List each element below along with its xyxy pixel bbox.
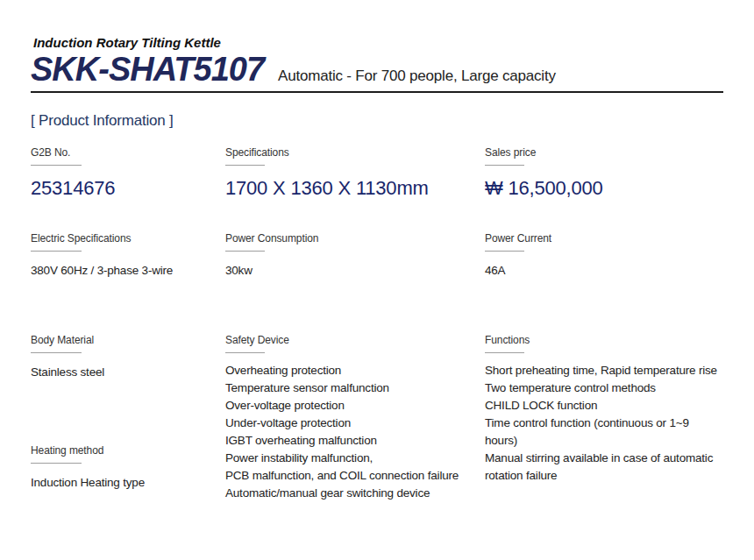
label-underline	[225, 165, 265, 166]
section-title: [ Product Information ]	[31, 112, 723, 130]
label-underline	[31, 463, 82, 464]
product-page: Induction Rotary Tilting Kettle SKK-SHAT…	[0, 0, 754, 502]
list-item: rotation failure	[485, 467, 723, 485]
label-underline	[225, 352, 265, 353]
info-row-electrical: Electric Specifications 380V 60Hz / 3-ph…	[31, 232, 723, 280]
field-label: Functions	[485, 334, 723, 347]
list-item: Time control function (continuous or 1~9…	[485, 415, 723, 450]
field-label: G2B No.	[31, 146, 225, 159]
field-value: 380V 60Hz / 3-phase 3-wire	[31, 262, 225, 280]
label-underline	[485, 251, 524, 252]
label-underline	[485, 165, 524, 166]
list-item: Short preheating time, Rapid temperature…	[485, 362, 723, 379]
field-value: 46A	[485, 262, 723, 280]
field-label: Electric Specifications	[31, 232, 225, 245]
field-body-material: Body Material Stainless steel	[31, 334, 225, 381]
field-specifications: Specifications 1700 X 1360 X 1130mm	[225, 146, 485, 200]
label-underline	[31, 165, 82, 166]
field-value: ₩ 16,500,000	[485, 177, 723, 200]
safety-device-list: Overheating protection Temperature senso…	[225, 362, 485, 502]
field-g2b-no: G2B No. 25314676	[31, 146, 225, 200]
field-power-current: Power Current 46A	[485, 232, 723, 280]
list-item: Automatic/manual gear switching device	[225, 485, 485, 502]
field-value: 30kw	[225, 262, 485, 280]
field-functions: Functions Short preheating time, Rapid t…	[485, 334, 723, 502]
label-underline	[225, 251, 265, 252]
column-material-heating: Body Material Stainless steel Heating me…	[31, 334, 225, 502]
list-item: Temperature sensor malfunction	[225, 379, 485, 397]
info-row-primary: G2B No. 25314676 Specifications 1700 X 1…	[31, 146, 723, 200]
info-row-details: Body Material Stainless steel Heating me…	[31, 334, 723, 502]
list-item: PCB malfunction, and COIL connection fai…	[225, 467, 485, 485]
label-underline	[31, 352, 82, 353]
model-number: SKK-SHAT5107	[31, 51, 264, 88]
label-underline	[485, 352, 524, 353]
field-heating-method: Heating method Induction Heating type	[31, 444, 225, 492]
functions-list: Short preheating time, Rapid temperature…	[485, 362, 723, 485]
list-item: Power instability malfunction,	[225, 450, 485, 467]
field-value: 25314676	[31, 177, 225, 200]
field-label: Sales price	[485, 146, 723, 159]
field-label: Safety Device	[225, 334, 485, 347]
field-power-consumption: Power Consumption 30kw	[225, 232, 485, 280]
field-value: Induction Heating type	[31, 474, 225, 492]
header-divider	[31, 91, 723, 93]
model-row: SKK-SHAT5107 Automatic - For 700 people,…	[31, 51, 723, 88]
field-label: Body Material	[31, 334, 225, 347]
field-label: Heating method	[31, 444, 225, 457]
page-header: Induction Rotary Tilting Kettle SKK-SHAT…	[31, 35, 723, 93]
field-value: 1700 X 1360 X 1130mm	[225, 177, 485, 200]
list-item: Under-voltage protection	[225, 415, 485, 432]
list-item: CHILD LOCK function	[485, 397, 723, 415]
field-label: Power Current	[485, 232, 723, 245]
field-sales-price: Sales price ₩ 16,500,000	[485, 146, 723, 200]
model-subtitle: Automatic - For 700 people, Large capaci…	[278, 67, 556, 85]
field-safety-device: Safety Device Overheating protection Tem…	[225, 334, 485, 502]
field-value: Stainless steel	[31, 364, 225, 381]
list-item: IGBT overheating malfunction	[225, 432, 485, 450]
field-label: Power Consumption	[225, 232, 485, 245]
field-electric-specifications: Electric Specifications 380V 60Hz / 3-ph…	[31, 232, 225, 280]
list-item: Two temperature control methods	[485, 379, 723, 397]
product-category: Induction Rotary Tilting Kettle	[31, 35, 723, 50]
list-item: Over-voltage protection	[225, 397, 485, 415]
list-item: Manual stirring available in case of aut…	[485, 450, 723, 467]
list-item: Overheating protection	[225, 362, 485, 379]
field-label: Specifications	[225, 146, 485, 159]
label-underline	[31, 251, 82, 252]
